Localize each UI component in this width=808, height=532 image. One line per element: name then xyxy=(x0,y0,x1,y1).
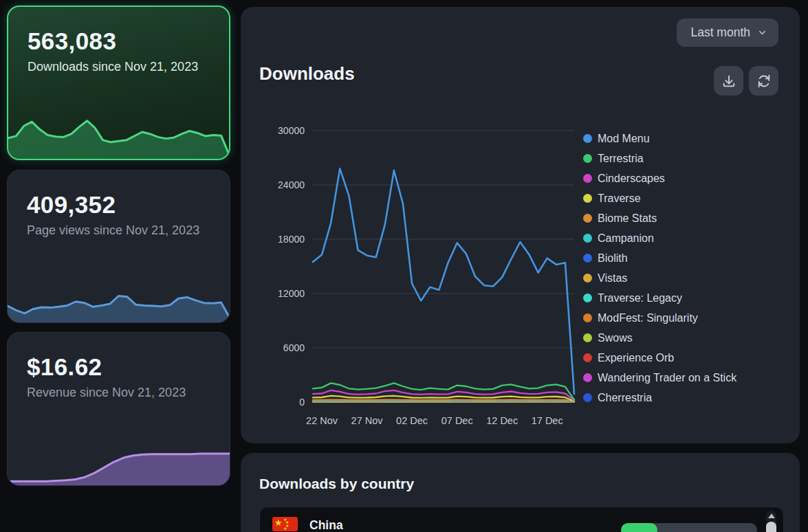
legend-item-mod-menu[interactable]: Mod Menu xyxy=(583,129,736,148)
svg-text:30000: 30000 xyxy=(278,125,305,136)
legend-dot xyxy=(583,254,592,263)
svg-text:12000: 12000 xyxy=(278,288,305,299)
revenue-stat-card[interactable]: $16.62 Revenue since Nov 21, 2023 xyxy=(7,332,230,486)
legend-label: Mod Menu xyxy=(598,133,650,145)
legend-item-biome-stats[interactable]: Biome Stats xyxy=(583,208,736,228)
downloads-stat-card[interactable]: 563,083 Downloads since Nov 21, 2023 xyxy=(7,5,230,160)
panel-title-country: Downloads by country xyxy=(259,476,414,492)
refresh-button[interactable] xyxy=(749,66,778,96)
scroll-up-button[interactable] xyxy=(766,511,776,521)
svg-text:18000: 18000 xyxy=(278,234,305,245)
svg-text:6000: 6000 xyxy=(283,342,305,353)
country-scrollbar[interactable] xyxy=(766,511,776,532)
legend-label: Cinderscapes xyxy=(598,173,665,185)
chart-legend: Mod MenuTerrestriaCinderscapesTraverseBi… xyxy=(583,129,736,408)
revenue-total: $16.62 xyxy=(27,353,210,381)
legend-item-experience-orb[interactable]: Experience Orb xyxy=(583,348,736,368)
svg-text:22 Nov: 22 Nov xyxy=(306,415,338,426)
legend-dot xyxy=(583,194,592,203)
pageviews-caption: Page views since Nov 21, 2023 xyxy=(27,223,210,239)
legend-dot xyxy=(583,174,592,183)
scrollbar-thumb[interactable] xyxy=(766,522,776,532)
downloads-total: 563,083 xyxy=(28,27,210,55)
country-progress-track xyxy=(621,523,757,532)
legend-item-wandering-trader-on-a-stick[interactable]: Wandering Trader on a Stick xyxy=(583,368,736,388)
country-panel: Downloads by country ★ ★ ★ ★ ★ China xyxy=(241,453,800,532)
legend-label: Vistas xyxy=(598,272,627,285)
up-arrow-icon xyxy=(768,513,775,518)
svg-text:17 Dec: 17 Dec xyxy=(532,415,563,426)
refresh-icon xyxy=(756,74,772,89)
downloads-panel: Last month Downloads 0600012000180002400… xyxy=(241,7,800,443)
revenue-caption: Revenue since Nov 21, 2023 xyxy=(27,385,210,401)
legend-label: Experience Orb xyxy=(598,352,674,364)
export-button[interactable] xyxy=(714,66,743,96)
legend-label: Terrestria xyxy=(598,153,644,165)
legend-label: Biolith xyxy=(598,252,628,265)
legend-dot xyxy=(583,154,592,163)
legend-label: Wandering Trader on a Stick xyxy=(598,372,736,384)
pageviews-sparkline xyxy=(8,273,230,322)
legend-dot xyxy=(583,333,592,342)
legend-dot xyxy=(583,393,592,402)
country-progress-fill xyxy=(621,523,657,532)
download-icon xyxy=(721,74,736,89)
panel-title-downloads: Downloads xyxy=(259,63,355,85)
pageviews-total: 409,352 xyxy=(27,191,210,219)
svg-text:02 Dec: 02 Dec xyxy=(396,415,428,426)
legend-dot xyxy=(583,214,592,223)
legend-dot xyxy=(583,353,592,362)
legend-item-modfest-singularity[interactable]: ModFest: Singularity xyxy=(583,308,736,328)
country-row-china: ★ ★ ★ ★ ★ China xyxy=(260,507,783,532)
legend-label: Traverse: Legacy xyxy=(598,292,682,304)
legend-item-swows[interactable]: Swows xyxy=(583,328,736,348)
legend-item-vistas[interactable]: Vistas xyxy=(583,268,736,288)
svg-text:0: 0 xyxy=(299,397,305,408)
legend-dot xyxy=(583,234,592,243)
date-range-select[interactable]: Last month xyxy=(677,19,778,47)
legend-item-traverse-legacy[interactable]: Traverse: Legacy xyxy=(583,288,736,308)
country-name: China xyxy=(309,518,343,532)
legend-label: Traverse xyxy=(598,192,641,205)
china-flag-icon: ★ ★ ★ ★ ★ xyxy=(272,517,298,531)
downloads-sparkline xyxy=(8,101,229,159)
legend-item-traverse[interactable]: Traverse xyxy=(583,188,736,208)
svg-text:24000: 24000 xyxy=(278,179,305,190)
country-list: ★ ★ ★ ★ ★ China xyxy=(259,507,784,532)
legend-label: Biome Stats xyxy=(598,212,657,225)
legend-item-biolith[interactable]: Biolith xyxy=(583,248,736,268)
legend-dot xyxy=(583,274,592,282)
svg-text:07 Dec: 07 Dec xyxy=(441,415,473,426)
legend-dot xyxy=(583,293,592,302)
legend-label: Cherrestria xyxy=(598,392,652,404)
legend-label: Swows xyxy=(598,332,633,344)
legend-item-terrestria[interactable]: Terrestria xyxy=(583,148,736,168)
svg-text:27 Nov: 27 Nov xyxy=(351,415,384,426)
svg-text:12 Dec: 12 Dec xyxy=(486,415,518,426)
downloads-caption: Downloads since Nov 21, 2023 xyxy=(28,59,210,76)
legend-item-campanion[interactable]: Campanion xyxy=(583,228,736,248)
legend-dot xyxy=(583,134,592,143)
pageviews-stat-card[interactable]: 409,352 Page views since Nov 21, 2023 xyxy=(7,170,230,323)
chevron-down-icon xyxy=(757,27,767,38)
legend-dot xyxy=(583,373,592,382)
analytics-dashboard: { "cards": [ { "value": "563,083", "labe… xyxy=(0,0,808,532)
legend-label: Campanion xyxy=(598,232,654,245)
legend-item-cinderscapes[interactable]: Cinderscapes xyxy=(583,168,736,188)
legend-label: ModFest: Singularity xyxy=(598,312,698,324)
revenue-sparkline xyxy=(8,433,230,485)
downloads-chart: 060001200018000240003000022 Nov27 Nov02 … xyxy=(268,110,585,433)
legend-dot xyxy=(583,313,592,322)
date-range-label: Last month xyxy=(690,25,750,40)
legend-item-cherrestria[interactable]: Cherrestria xyxy=(583,388,736,408)
